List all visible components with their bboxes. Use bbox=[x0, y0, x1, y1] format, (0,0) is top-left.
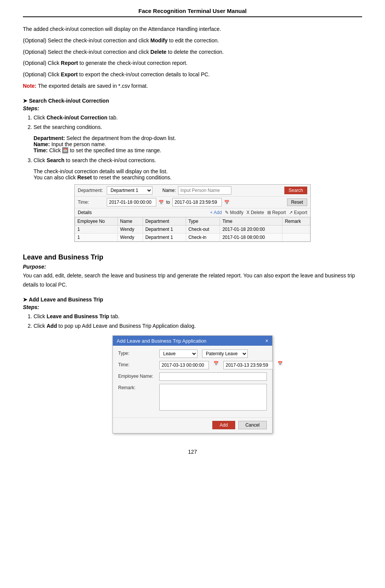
col-department: Department bbox=[143, 217, 186, 226]
step3c: You can also click Reset to reset the se… bbox=[34, 174, 362, 180]
table-cell: 1 bbox=[75, 234, 118, 242]
dialog-remark-label: Remark: bbox=[118, 384, 156, 390]
dialog-type-row: Type: Leave Paternity Leave bbox=[118, 350, 267, 358]
purpose-text: You can add, edit, delete, search the le… bbox=[23, 271, 362, 290]
search-button[interactable]: Search bbox=[284, 187, 307, 194]
search-steps-list: Click Check-in/out Correction tab. Set t… bbox=[23, 113, 362, 132]
time-to-input[interactable] bbox=[172, 198, 222, 206]
dialog-container: Add Leave and Business Trip Application … bbox=[112, 335, 273, 433]
calendar-icon-from[interactable]: 📅 bbox=[159, 200, 164, 205]
actions-row: Details + Add ✎ Modify X Delete ⊞ Report… bbox=[75, 208, 310, 217]
add-leave-dialog: Add Leave and Business Trip Application … bbox=[112, 335, 273, 433]
search-section-heading: ➤ Search Check-in/out Correction bbox=[23, 98, 362, 104]
dialog-time-to[interactable] bbox=[223, 361, 273, 369]
name-ui-label: Name: bbox=[162, 188, 176, 193]
name-desc: Name: Input the person name. bbox=[34, 141, 362, 147]
table-cell: Wendy bbox=[118, 234, 143, 242]
time-from-input[interactable] bbox=[107, 198, 156, 206]
header-title: Face Recognition Terminal bbox=[138, 8, 211, 14]
delete-link[interactable]: X Delete bbox=[247, 210, 264, 215]
search-steps-list-2: Click Search to search the check-in/out … bbox=[23, 156, 362, 165]
add-steps-label: Steps: bbox=[23, 304, 362, 310]
search-row-1: Department: Department 1 Name: Search bbox=[75, 185, 310, 197]
col-time: Time bbox=[220, 217, 282, 226]
dialog-time-row: Time: 📅 📅 bbox=[118, 361, 267, 369]
dialog-emp-input[interactable] bbox=[159, 372, 267, 381]
table-cell: Check-in bbox=[186, 234, 220, 242]
table-cell: 1 bbox=[75, 226, 118, 234]
dialog-cal-to[interactable]: 📅 bbox=[278, 361, 283, 366]
table-row: 1WendyDepartment 1Check-out2017-01-18 20… bbox=[75, 226, 310, 234]
check-correction-ui-box: Department: Department 1 Name: Search Ti… bbox=[74, 184, 311, 242]
purpose-label: Purpose: bbox=[23, 264, 362, 270]
time-to-label: to bbox=[166, 200, 170, 205]
dialog-type-select[interactable]: Leave bbox=[159, 350, 197, 358]
dept-ui-label: Department: bbox=[78, 188, 104, 193]
dialog-remark-textarea[interactable] bbox=[159, 384, 267, 411]
modify-link[interactable]: ✎ Modify bbox=[225, 210, 244, 215]
dialog-add-button[interactable]: Add bbox=[212, 421, 235, 429]
intro-line-2: (Optional) Select the check-in/out corre… bbox=[23, 36, 362, 45]
intro-line-1: The added check-in/out correction will d… bbox=[23, 25, 362, 34]
col-type: Type bbox=[186, 217, 220, 226]
export-link[interactable]: ↗ Export bbox=[289, 210, 307, 215]
time-ui-label: Time: bbox=[78, 200, 104, 205]
table-header-row: Employee No Name Department Type Time Re… bbox=[75, 217, 310, 226]
note-text: The exported details are saved in *.csv … bbox=[37, 83, 148, 89]
note-line: Note: The exported details are saved in … bbox=[23, 82, 362, 91]
search-step-3: Click Search to search the check-in/out … bbox=[34, 156, 362, 165]
dialog-cancel-button[interactable]: Cancel bbox=[238, 421, 267, 429]
add-leave-heading: ➤ Add Leave and Business Trip bbox=[23, 296, 362, 303]
dialog-subtype-select[interactable]: Paternity Leave bbox=[202, 350, 248, 358]
calendar-icon-to[interactable]: 📅 bbox=[224, 200, 229, 205]
header-subtitle: User Manual bbox=[211, 8, 247, 14]
leave-section-title: Leave and Business Trip bbox=[23, 253, 362, 261]
dialog-close-button[interactable]: × bbox=[265, 338, 268, 344]
name-input[interactable] bbox=[178, 186, 231, 195]
col-name: Name bbox=[118, 217, 143, 226]
dialog-time-from[interactable] bbox=[159, 361, 209, 369]
dialog-body: Type: Leave Paternity Leave Time: 📅 📅 Em… bbox=[113, 346, 272, 417]
page-header: Face Recognition Terminal User Manual bbox=[23, 8, 362, 17]
page-number: 127 bbox=[188, 449, 197, 455]
dept-select[interactable]: Department 1 bbox=[107, 186, 152, 195]
report-link[interactable]: ⊞ Report bbox=[267, 210, 286, 215]
dialog-remark-row: Remark: bbox=[118, 384, 267, 411]
dialog-emp-label: Employee Name: bbox=[118, 372, 156, 379]
table-row: 1WendyDepartment 1Check-in2017-01-18 08:… bbox=[75, 234, 310, 242]
table-cell: Department 1 bbox=[143, 234, 186, 242]
dialog-footer: Add Cancel bbox=[113, 417, 272, 433]
table-cell: 2017-01-18 20:00:00 bbox=[220, 226, 282, 234]
details-label: Details bbox=[78, 210, 92, 215]
add-link[interactable]: + Add bbox=[210, 210, 222, 215]
table-cell: 2017-01-18 08:00:00 bbox=[220, 234, 282, 242]
reset-button[interactable]: Reset bbox=[287, 198, 307, 206]
col-employee-no: Employee No bbox=[75, 217, 118, 226]
dept-desc: Department: Select the department from t… bbox=[34, 135, 362, 141]
table-cell: Wendy bbox=[118, 226, 143, 234]
add-step-2: Click Add to pop up Add Leave and Busine… bbox=[34, 321, 362, 331]
dialog-time-label: Time: bbox=[118, 361, 156, 367]
table-cell: Check-out bbox=[186, 226, 220, 234]
search-step-2: Set the searching conditions. bbox=[34, 122, 362, 132]
dialog-type-label: Type: bbox=[118, 350, 156, 356]
table-cell bbox=[282, 234, 310, 242]
note-label: Note: bbox=[23, 83, 37, 89]
dialog-titlebar: Add Leave and Business Trip Application … bbox=[113, 336, 272, 346]
intro-line-4: (Optional) Click Report to generate the … bbox=[23, 59, 362, 68]
page-footer: 127 bbox=[23, 449, 362, 455]
search-step-1: Click Check-in/out Correction tab. bbox=[34, 113, 362, 122]
dialog-emp-name-row: Employee Name: bbox=[118, 372, 267, 381]
table-cell bbox=[282, 226, 310, 234]
intro-line-3: (Optional) Select the check-in/out corre… bbox=[23, 48, 362, 57]
dialog-title: Add Leave and Business Trip Application bbox=[117, 338, 207, 344]
add-leave-steps: Click Leave and Business Trip tab. Click… bbox=[23, 312, 362, 331]
time-desc: Time: Click 📅 to set the specified time … bbox=[34, 147, 362, 153]
dialog-cal-from[interactable]: 📅 bbox=[213, 361, 219, 366]
add-step-1: Click Leave and Business Trip tab. bbox=[34, 312, 362, 321]
search-row-2: Time: 📅 to 📅 Reset bbox=[75, 197, 310, 208]
calendar-icon-inline: 📅 bbox=[62, 147, 68, 153]
table-cell: Department 1 bbox=[143, 226, 186, 234]
corrections-table: Employee No Name Department Type Time Re… bbox=[75, 217, 310, 242]
intro-line-5: (Optional) Click Export to export the ch… bbox=[23, 70, 362, 79]
